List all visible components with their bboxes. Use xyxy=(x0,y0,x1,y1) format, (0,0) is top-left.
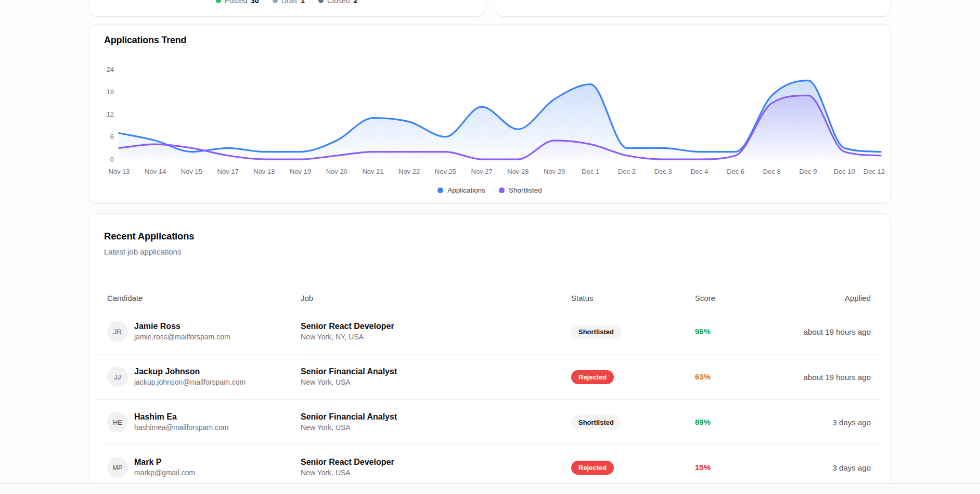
col-header-applied: Applied xyxy=(789,294,871,302)
applied-cell: 3 days ago xyxy=(789,418,871,427)
avatar: JR xyxy=(107,321,128,342)
col-header-status: Status xyxy=(571,294,695,302)
table-header-row: Candidate Job Status Score Applied xyxy=(97,287,882,309)
y-axis-tick: 6 xyxy=(110,133,114,141)
x-axis-tick: Dec 1 xyxy=(582,168,599,175)
x-axis-tick: Nov 27 xyxy=(471,168,493,175)
table-row[interactable]: HE Hashim Ea hashimea@mailforspam.com Se… xyxy=(97,400,882,445)
table-row[interactable]: JJ Jackup Johnson jackup.johnson@mailfor… xyxy=(97,354,882,400)
job-title: Senior React Developer xyxy=(301,457,571,468)
candidate-email: jackup.johnson@mailforspam.com xyxy=(134,377,246,388)
candidate-email: markp@gmail.com xyxy=(134,468,195,478)
candidate-name: Mark P xyxy=(134,457,195,468)
applied-cell: 3 days ago xyxy=(789,463,871,472)
x-axis-tick: Nov 19 xyxy=(290,168,311,175)
job-cell: Senior React Developer New York, USA xyxy=(301,457,571,478)
x-axis-tick: Dec 9 xyxy=(800,168,817,175)
candidate-email: jamie.ross@mailforspam.com xyxy=(134,332,230,343)
status-bar-content: # 1,278 tokens (2.4%) | St Follow | 12.0… xyxy=(0,484,980,494)
job-cell: Senior Financial Analyst New York, USA xyxy=(301,411,571,433)
y-axis-tick: 12 xyxy=(107,110,114,118)
job-title: Senior React Developer xyxy=(301,321,571,332)
table-row[interactable]: JR Jamie Ross jamie.ross@mailforspam.com… xyxy=(97,309,882,354)
candidate-name: Jackup Johnson xyxy=(134,366,246,377)
candidate-name: Jamie Ross xyxy=(134,321,230,332)
recent-card-title: Recent Applications xyxy=(104,231,194,242)
status-cell: Rejected xyxy=(571,370,695,384)
job-location: New York, USA xyxy=(301,423,571,433)
score-cell: 15% xyxy=(695,463,789,472)
x-axis-tick: Dec 10 xyxy=(834,168,855,175)
x-axis-tick: Dec 6 xyxy=(727,168,744,175)
x-axis-tick: Nov 18 xyxy=(253,168,275,175)
avatar: JJ xyxy=(107,366,128,387)
job-location: New York, USA xyxy=(301,468,571,478)
x-axis-tick: Nov 15 xyxy=(181,168,202,175)
legend-label: Closed xyxy=(327,0,350,5)
x-axis-tick: Dec 4 xyxy=(690,168,708,175)
secondary-summary-card xyxy=(496,0,891,17)
recent-card-subtitle: Latest job applications xyxy=(104,247,181,256)
candidate-name: Hashim Ea xyxy=(134,411,229,423)
x-axis-tick: Dec 12 xyxy=(863,168,885,175)
status-badge: Shortlisted xyxy=(571,325,621,339)
applied-cell: about 19 hours ago xyxy=(789,327,871,336)
x-axis-tick: Nov 25 xyxy=(435,168,456,175)
score-value: 63% xyxy=(695,372,711,381)
status-badge: Shortlisted xyxy=(571,415,621,429)
legend-label: Shortlisted xyxy=(509,186,542,194)
status-cell: Rejected xyxy=(571,461,695,475)
applications-trend-card: Applications Trend 06121824Nov 13Nov 14N… xyxy=(89,24,891,204)
legend-item-closed: Closed 2 xyxy=(318,0,357,5)
dashboard-viewport: Posted 30 Draft 1 Closed 2 Applications … xyxy=(0,0,980,494)
x-axis-tick: Dec 8 xyxy=(763,168,781,175)
candidate-cell: JR Jamie Ross jamie.ross@mailforspam.com xyxy=(107,321,301,342)
status-badge: Rejected xyxy=(571,461,614,475)
avatar: HE xyxy=(107,412,128,433)
y-axis-tick: 24 xyxy=(107,66,114,73)
score-value: 89% xyxy=(695,417,711,426)
score-value: 15% xyxy=(695,463,711,472)
jobs-status-legend: Posted 30 Draft 1 Closed 2 xyxy=(89,0,484,5)
y-axis-tick: 18 xyxy=(107,88,114,96)
legend-label: Posted xyxy=(225,0,248,5)
job-cell: Senior Financial Analyst New York, USA xyxy=(301,366,571,387)
x-axis-tick: Nov 29 xyxy=(544,168,565,175)
job-location: New York, NY, USA xyxy=(301,332,571,343)
avatar: MP xyxy=(107,457,128,478)
applied-cell: about 19 hours ago xyxy=(789,373,871,382)
col-header-job: Job xyxy=(301,294,571,302)
legend-label: Draft xyxy=(281,0,297,5)
score-value: 96% xyxy=(695,327,711,336)
score-cell: 96% xyxy=(695,327,789,336)
candidate-email: hashimea@mailforspam.com xyxy=(134,423,229,433)
legend-dot-icon xyxy=(499,187,505,193)
chart-legend: ApplicationsShortlisted xyxy=(89,184,890,196)
posted-dot-icon xyxy=(216,0,221,3)
job-title: Senior Financial Analyst xyxy=(301,366,571,377)
trend-chart-svg[interactable]: 06121824Nov 13Nov 14Nov 15Nov 17Nov 18No… xyxy=(89,24,890,203)
y-axis-tick: 0 xyxy=(110,156,114,163)
jobs-summary-card: Posted 30 Draft 1 Closed 2 xyxy=(89,0,484,17)
status-badge: Rejected xyxy=(571,370,614,384)
candidate-cell: JJ Jackup Johnson jackup.johnson@mailfor… xyxy=(107,366,301,387)
x-axis-tick: Nov 14 xyxy=(145,168,166,175)
score-cell: 89% xyxy=(695,417,789,427)
chart-legend-item: Shortlisted xyxy=(499,186,542,194)
draft-dot-icon xyxy=(273,0,278,3)
x-axis-tick: Nov 17 xyxy=(217,168,239,175)
recent-applications-card: Recent Applications Latest job applicati… xyxy=(89,213,891,494)
job-title: Senior Financial Analyst xyxy=(301,411,571,423)
x-axis-tick: Nov 20 xyxy=(326,168,347,175)
applications-trend-chart[interactable]: 06121824Nov 13Nov 14Nov 15Nov 17Nov 18No… xyxy=(89,24,890,203)
score-cell: 63% xyxy=(695,372,789,382)
applications-table: Candidate Job Status Score Applied JR Ja… xyxy=(97,287,882,490)
candidate-cell: HE Hashim Ea hashimea@mailforspam.com xyxy=(107,411,301,433)
status-cell: Shortlisted xyxy=(571,415,695,429)
status-cell: Shortlisted xyxy=(571,325,695,339)
legend-item-posted: Posted 30 xyxy=(216,0,259,5)
job-location: New York, USA xyxy=(301,377,571,388)
status-bar: # 1,278 tokens (2.4%) | St Follow | 12.0… xyxy=(0,483,980,494)
legend-value: 30 xyxy=(251,0,259,5)
x-axis-tick: Dec 2 xyxy=(618,168,636,175)
